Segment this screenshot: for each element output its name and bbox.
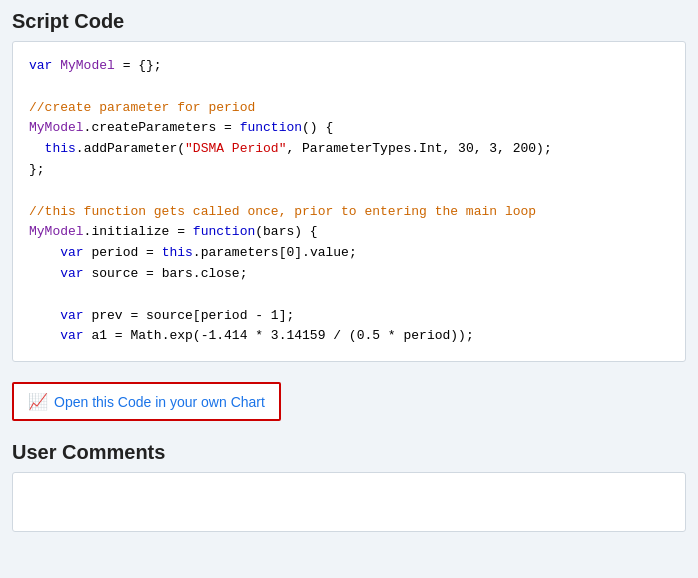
code-line-11: var source = bars.close; — [29, 264, 669, 285]
code-line-1: var MyModel = {}; — [29, 56, 669, 77]
script-code-title: Script Code — [12, 10, 686, 33]
open-chart-button[interactable]: 📈 Open this Code in your own Chart — [12, 382, 281, 421]
comments-box — [12, 472, 686, 532]
open-button-container: 📈 Open this Code in your own Chart — [12, 382, 686, 421]
code-line-14: var a1 = Math.exp(-1.414 * 3.14159 / (0.… — [29, 326, 669, 347]
code-line-2 — [29, 77, 669, 98]
code-line-7 — [29, 181, 669, 202]
code-block: var MyModel = {}; //create parameter for… — [12, 41, 686, 362]
code-line-9: MyModel.initialize = function(bars) { — [29, 222, 669, 243]
user-comments-title: User Comments — [12, 441, 686, 464]
code-line-3: //create parameter for period — [29, 98, 669, 119]
code-line-5: this.addParameter("DSMA Period", Paramet… — [29, 139, 669, 160]
chart-line-icon: 📈 — [28, 392, 48, 411]
code-line-6: }; — [29, 160, 669, 181]
code-line-10: var period = this.parameters[0].value; — [29, 243, 669, 264]
code-line-4: MyModel.createParameters = function() { — [29, 118, 669, 139]
page-container: Script Code var MyModel = {}; //create p… — [0, 0, 698, 542]
code-line-8: //this function gets called once, prior … — [29, 202, 669, 223]
open-button-label: Open this Code in your own Chart — [54, 394, 265, 410]
code-line-13: var prev = source[period - 1]; — [29, 306, 669, 327]
code-line-12 — [29, 285, 669, 306]
